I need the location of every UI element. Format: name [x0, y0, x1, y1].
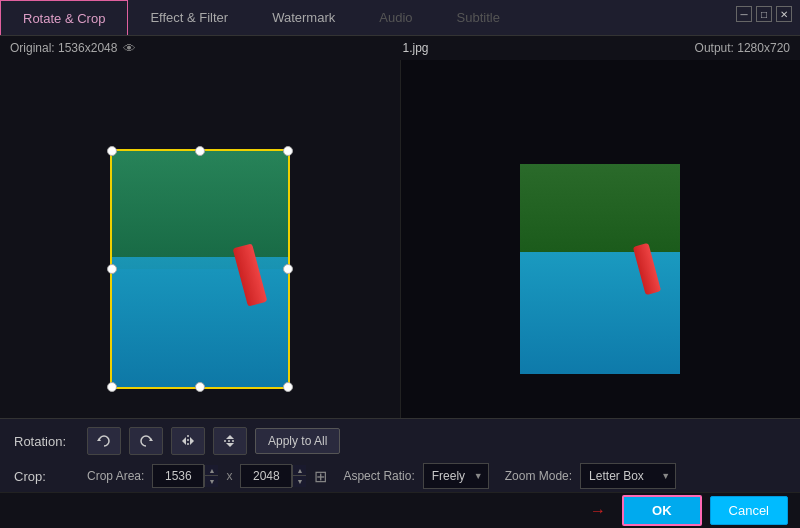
height-input[interactable]	[241, 465, 291, 487]
apply-all-button[interactable]: Apply to All	[255, 428, 340, 454]
rotate-right-button[interactable]	[129, 427, 163, 455]
aspect-ratio-select[interactable]: Freely 16:9 4:3 1:1 9:16	[423, 463, 489, 489]
height-arrows: ▲ ▼	[292, 465, 306, 487]
flip-vertical-button[interactable]	[213, 427, 247, 455]
close-button[interactable]: ✕	[776, 6, 792, 22]
preview-left	[0, 60, 401, 478]
tab-subtitle: Subtitle	[435, 0, 522, 35]
aspect-ratio-select-wrap: Freely 16:9 4:3 1:1 9:16 ▼	[423, 463, 489, 489]
eye-icon[interactable]: 👁	[123, 41, 136, 56]
height-down-button[interactable]: ▼	[293, 476, 306, 487]
width-up-button[interactable]: ▲	[205, 465, 218, 476]
ok-button[interactable]: OK	[622, 495, 702, 526]
width-input-group: ▲ ▼	[152, 463, 218, 489]
cancel-button[interactable]: Cancel	[710, 496, 788, 525]
zoom-mode-select[interactable]: Letter Box Pan & Scan Full	[580, 463, 676, 489]
maximize-button[interactable]: □	[756, 6, 772, 22]
crop-area-label: Crop Area:	[87, 469, 144, 483]
minimize-button[interactable]: ─	[736, 6, 752, 22]
svg-marker-3	[182, 437, 186, 445]
fit-icon[interactable]: ⊞	[314, 467, 327, 486]
zoom-mode-label: Zoom Mode:	[505, 469, 572, 483]
tab-effect-filter[interactable]: Effect & Filter	[128, 0, 250, 35]
width-arrows: ▲ ▼	[204, 465, 218, 487]
output-size-label: Output: 1280x720	[695, 41, 790, 55]
height-input-wrap	[240, 464, 292, 488]
width-down-button[interactable]: ▼	[205, 476, 218, 487]
bottom-bar: → OK Cancel	[0, 492, 800, 528]
crop-container[interactable]	[110, 149, 290, 389]
tabs-bar: Rotate & Crop Effect & Filter Watermark …	[0, 0, 800, 36]
info-bar: Original: 1536x2048 👁 1.jpg Output: 1280…	[0, 36, 800, 60]
flip-horizontal-button[interactable]	[171, 427, 205, 455]
aspect-ratio-label: Aspect Ratio:	[343, 469, 414, 483]
crop-label: Crop:	[14, 469, 79, 484]
svg-marker-7	[226, 443, 234, 447]
title-bar: ─ □ ✕	[728, 0, 800, 28]
tab-audio: Audio	[357, 0, 434, 35]
height-input-group: ▲ ▼	[240, 463, 306, 489]
rotation-label: Rotation:	[14, 434, 79, 449]
width-input-wrap	[152, 464, 204, 488]
original-size-label: Original: 1536x2048	[10, 41, 117, 55]
svg-marker-6	[226, 435, 234, 439]
preview-right-image	[520, 164, 680, 374]
x-separator: x	[226, 469, 232, 483]
tab-rotate-crop[interactable]: Rotate & Crop	[0, 0, 128, 35]
svg-marker-4	[190, 437, 194, 445]
rotate-left-button[interactable]	[87, 427, 121, 455]
height-up-button[interactable]: ▲	[293, 465, 306, 476]
tab-watermark[interactable]: Watermark	[250, 0, 357, 35]
arrow-icon: →	[590, 502, 606, 520]
width-input[interactable]	[153, 465, 203, 487]
zoom-mode-select-wrap: Letter Box Pan & Scan Full ▼	[580, 463, 676, 489]
rotation-row: Rotation:	[14, 427, 786, 455]
filename-label: 1.jpg	[136, 41, 694, 55]
crop-image	[110, 149, 290, 389]
preview-right	[401, 60, 801, 478]
preview-area	[0, 60, 800, 478]
crop-row: Crop: Crop Area: ▲ ▼ x ▲ ▼ ⊞ Aspect Ra	[14, 463, 786, 489]
